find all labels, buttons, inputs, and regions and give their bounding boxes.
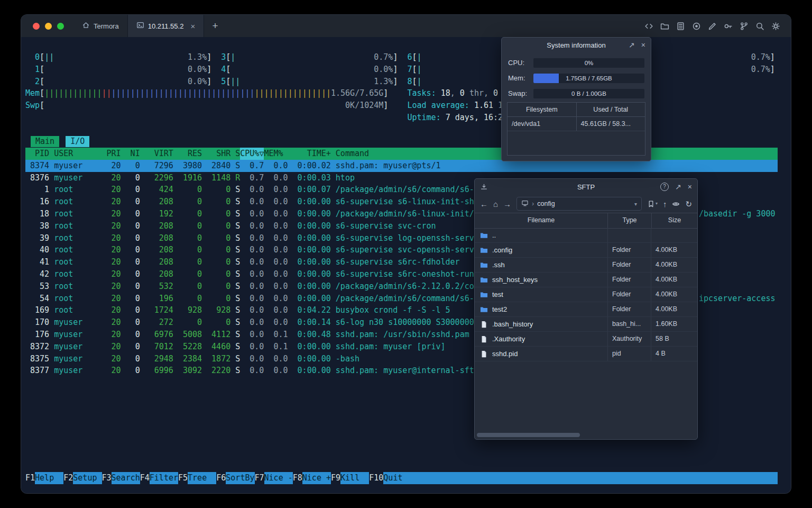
help-icon[interactable]: ? bbox=[660, 183, 669, 191]
open-in-new-window-icon[interactable]: ↗ bbox=[675, 183, 681, 190]
mem-label: Mem: bbox=[508, 74, 533, 82]
cpu-meter-line: 0[|| 1.3%] 3[| 0.7%] 6[| 0.7%] bbox=[25, 51, 775, 64]
column-header-user[interactable]: USER bbox=[49, 148, 102, 160]
log-icon[interactable] bbox=[676, 22, 685, 31]
computer-icon bbox=[521, 199, 529, 208]
fkey-label[interactable]: Search bbox=[112, 472, 140, 484]
fkey-F5: F5 bbox=[178, 472, 188, 484]
swap-usage-row: Swap: 0 B / 1.00GB bbox=[508, 86, 644, 101]
horizontal-scrollbar[interactable] bbox=[476, 433, 696, 438]
column-header-res[interactable]: RES bbox=[173, 148, 202, 160]
column-header-size[interactable]: Size bbox=[651, 213, 697, 228]
bookmark-icon[interactable]: ▾ bbox=[647, 200, 658, 208]
column-header-pri[interactable]: PRI bbox=[102, 148, 121, 160]
sftp-file-row[interactable]: .sshFolder4.00KB bbox=[475, 258, 697, 273]
mem-meter-line: Mem[||||||||||||||||||||||||||||||||||||… bbox=[25, 87, 775, 99]
home-button[interactable]: ⌂ bbox=[493, 200, 498, 208]
file-icon bbox=[480, 321, 488, 328]
column-header-shr[interactable]: SHR bbox=[202, 148, 230, 160]
branch-icon[interactable] bbox=[740, 22, 749, 31]
scrollbar-thumb[interactable] bbox=[477, 433, 580, 437]
column-header-filename[interactable]: Filename bbox=[475, 213, 607, 228]
tab-termora[interactable]: Termora bbox=[73, 15, 127, 37]
close-panel-icon[interactable]: × bbox=[641, 41, 645, 49]
command-fragment: /basedir -g 3000 bbox=[699, 208, 776, 220]
htop-tab-io[interactable]: I/O bbox=[66, 136, 89, 147]
column-header-time[interactable]: TIME+ bbox=[288, 148, 331, 160]
close-panel-icon[interactable]: × bbox=[688, 183, 692, 190]
column-header-pid[interactable]: PID bbox=[25, 148, 49, 160]
fkey-F3: F3 bbox=[102, 472, 112, 484]
key-icon[interactable] bbox=[724, 22, 733, 31]
zoom-window-button[interactable] bbox=[57, 23, 64, 30]
fkey-bar: F1Help F2Setup F3SearchF4FilterF5Tree F6… bbox=[25, 472, 778, 484]
swap-usage-value: 0 B / 1.00GB bbox=[533, 89, 644, 98]
folder-icon bbox=[480, 247, 488, 254]
sftp-file-row[interactable]: ssh_host_keysFolder4.00KB bbox=[475, 273, 697, 287]
sftp-file-row[interactable]: testFolder4.00KB bbox=[475, 287, 697, 302]
fkey-label[interactable]: Kill bbox=[340, 472, 369, 484]
tab-termora-label: Termora bbox=[94, 22, 119, 30]
system-info-titlebar: System information ↗ × bbox=[502, 38, 651, 52]
fkey-label[interactable]: Help bbox=[35, 472, 63, 484]
htop-tab-main[interactable]: Main bbox=[31, 136, 59, 147]
fkey-label[interactable]: Filter bbox=[150, 472, 178, 484]
new-tab-button[interactable]: + bbox=[204, 15, 226, 37]
show-hidden-icon[interactable] bbox=[672, 200, 680, 208]
home-icon bbox=[82, 21, 90, 31]
pen-icon[interactable] bbox=[708, 22, 717, 31]
column-header-ni[interactable]: NI bbox=[121, 148, 140, 160]
sftp-file-row[interactable]: .XauthorityXauthority58 B bbox=[475, 332, 697, 347]
sftp-titlebar: SFTP ? ↗ × bbox=[475, 179, 697, 195]
breadcrumb-path[interactable]: config bbox=[537, 200, 555, 207]
fkey-label[interactable]: Tree bbox=[188, 472, 216, 484]
fkey-F2: F2 bbox=[63, 472, 73, 484]
uptime-line: Uptime: 7 days, 16:2 bbox=[25, 112, 775, 124]
record-icon[interactable] bbox=[692, 22, 701, 31]
sftp-table-header: Filename Type Size bbox=[475, 213, 697, 229]
cpu-usage-bar: 0% bbox=[533, 58, 644, 68]
fkey-label[interactable]: SortBy bbox=[226, 472, 254, 484]
folder-icon bbox=[480, 232, 488, 239]
mem-usage-value: 1.75GB / 7.65GB bbox=[533, 74, 644, 83]
fkey-label[interactable]: Nice - bbox=[264, 472, 293, 484]
column-header-type[interactable]: Type bbox=[607, 213, 651, 228]
column-header-s[interactable]: S bbox=[230, 148, 240, 160]
swap-label: Swap: bbox=[508, 89, 533, 97]
refresh-button[interactable]: ↻ bbox=[685, 200, 692, 208]
htop-meters: 0[|| 1.3%] 3[| 0.7%] 6[| 0.7%] 1[ 0.0%] … bbox=[25, 51, 775, 124]
fkey-label[interactable]: Setup bbox=[73, 472, 102, 484]
minimize-window-button[interactable] bbox=[45, 23, 52, 30]
code-icon[interactable] bbox=[644, 22, 653, 31]
mem-usage-bar: 1.75GB / 7.65GB bbox=[533, 74, 644, 83]
titlebar-toolbar bbox=[644, 15, 791, 37]
file-icon bbox=[480, 335, 488, 343]
dock-icon[interactable] bbox=[480, 179, 488, 195]
folder-icon[interactable] bbox=[660, 22, 669, 31]
column-header-cpu[interactable]: CPU%▽ bbox=[240, 148, 264, 160]
process-table-header: PIDUSERPRINIVIRTRESSHRSCPU%▽MEM%TIME+Com… bbox=[25, 148, 778, 160]
fs-col-used-total: Used / Total bbox=[576, 103, 645, 116]
sftp-file-row[interactable]: .bash_historybash_hi...1.60KB bbox=[475, 317, 697, 332]
process-row[interactable]: 8374myuser200729639802840S0.70.00:00.02s… bbox=[25, 160, 778, 172]
htop-tabs: Main I/O bbox=[31, 136, 89, 147]
settings-icon[interactable] bbox=[771, 22, 780, 31]
close-tab-icon[interactable]: × bbox=[190, 22, 195, 30]
forward-button[interactable]: → bbox=[503, 200, 511, 208]
sftp-file-row[interactable]: test2Folder4.00KB bbox=[475, 302, 697, 317]
sftp-file-row[interactable]: .. bbox=[475, 228, 697, 243]
path-breadcrumb[interactable]: › config ▾ bbox=[516, 197, 642, 211]
fkey-label[interactable]: Quit bbox=[383, 472, 412, 484]
tab-session[interactable]: 10.211.55.2 × bbox=[127, 15, 204, 37]
back-button[interactable]: ← bbox=[480, 200, 488, 208]
chevron-down-icon[interactable]: ▾ bbox=[634, 201, 637, 207]
close-window-button[interactable] bbox=[33, 23, 40, 30]
sftp-file-row[interactable]: sshd.pidpid4 B bbox=[475, 347, 697, 361]
search-icon[interactable] bbox=[755, 22, 764, 31]
column-header-mem[interactable]: MEM% bbox=[264, 148, 288, 160]
open-in-new-window-icon[interactable]: ↗ bbox=[629, 41, 635, 49]
sftp-file-row[interactable]: .configFolder4.00KB bbox=[475, 243, 697, 258]
fkey-label[interactable]: Nice + bbox=[302, 472, 331, 484]
column-header-virt[interactable]: VIRT bbox=[140, 148, 173, 160]
up-directory-button[interactable]: ↑ bbox=[663, 200, 667, 208]
